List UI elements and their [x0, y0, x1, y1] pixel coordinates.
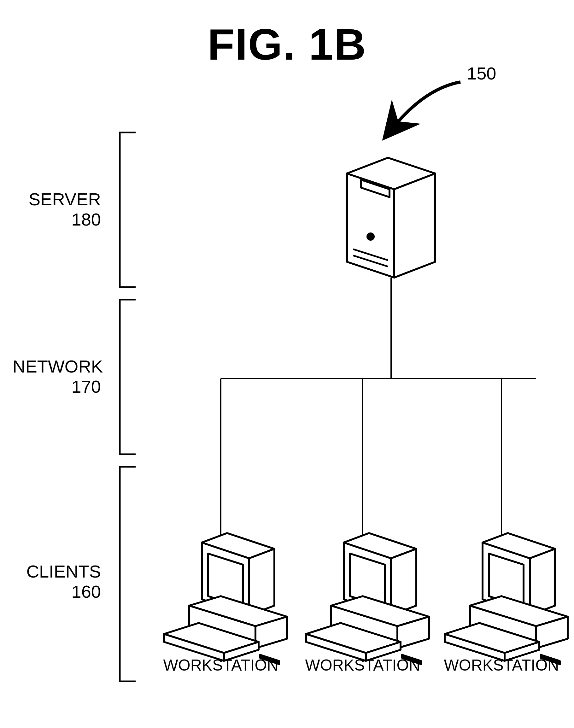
- svg-rect-1: [260, 655, 279, 664]
- bracket-clients: [120, 467, 136, 681]
- bracket-server: [120, 132, 136, 287]
- svg-point-0: [367, 233, 374, 240]
- workstation-3-icon: [445, 533, 568, 664]
- network-lines: [221, 278, 536, 571]
- workstation-2-icon: [306, 533, 429, 664]
- workstation-1-icon: [164, 533, 287, 664]
- diagram-canvas: [0, 0, 574, 728]
- reference-arrow: [394, 82, 460, 126]
- server-icon: [347, 158, 435, 278]
- svg-rect-2: [402, 655, 421, 664]
- figure-page: FIG. 1B 150 SERVER 180 NETWORK 170 CLIEN…: [0, 0, 574, 728]
- svg-rect-3: [541, 655, 560, 664]
- bracket-network: [120, 300, 136, 454]
